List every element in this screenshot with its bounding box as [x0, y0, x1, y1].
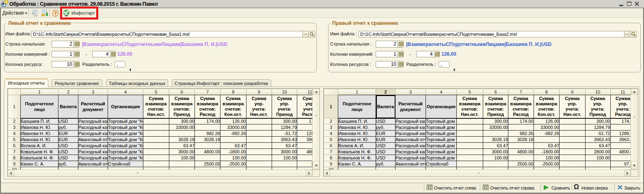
svg-text:?: ? [54, 11, 57, 16]
